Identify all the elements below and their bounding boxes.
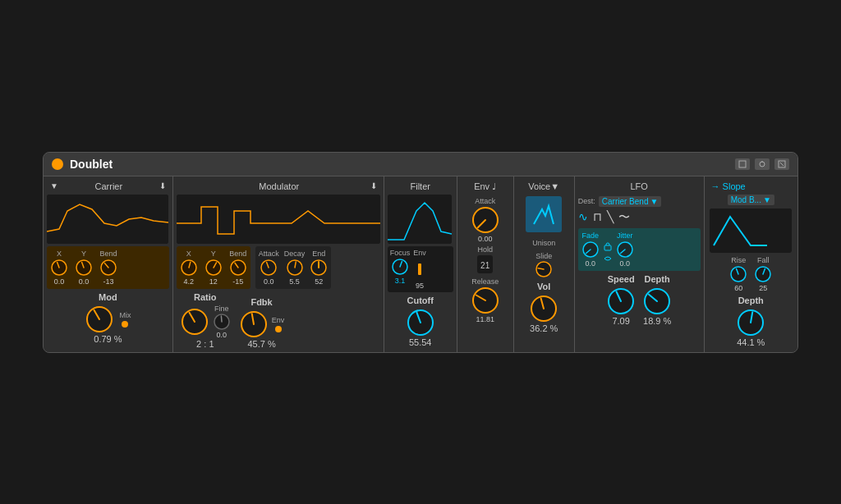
filter-focus-label: Focus bbox=[390, 249, 411, 257]
filter-controls-area: Focus 3.1 Env 95 bbox=[388, 246, 453, 292]
ratio-group: Ratio Fine 0.0 bbox=[180, 292, 231, 349]
lfo-dest-label: Dest: bbox=[578, 197, 595, 205]
fdbk-group: Fdbk Env 45.7 % bbox=[239, 297, 285, 349]
lfo-dest-dropdown[interactable]: Carrier Bend ▼ bbox=[599, 196, 662, 207]
slide-knob[interactable] bbox=[535, 260, 553, 278]
lfo-shape-sine[interactable]: ∿ bbox=[578, 210, 588, 225]
vol-knob[interactable] bbox=[529, 294, 558, 323]
fdbk-env-dot[interactable] bbox=[275, 326, 282, 332]
lfo-jitter-label: Jitter bbox=[617, 231, 633, 240]
fdbk-value: 45.7 % bbox=[247, 339, 275, 349]
mod-attack-value: 0.0 bbox=[264, 277, 274, 286]
lfo-jitter-knob[interactable] bbox=[616, 241, 634, 259]
slope-fall-group: Fall 25 bbox=[754, 256, 772, 292]
lfo-speed-depth-row: Speed 7.09 Depth 18.9 % bbox=[578, 274, 701, 326]
lfo-dest-chevron-icon: ▼ bbox=[650, 197, 658, 206]
unison-button[interactable] bbox=[526, 196, 562, 232]
slope-waveform[interactable] bbox=[710, 208, 792, 253]
filter-waveform[interactable] bbox=[388, 195, 452, 244]
mod-y-knob-group: Y 12 bbox=[205, 250, 223, 286]
svg-rect-49 bbox=[604, 245, 611, 250]
slope-depth-knob[interactable] bbox=[736, 308, 765, 337]
lfo-fade-group: Fade 0.0 bbox=[581, 231, 600, 268]
carrier-x-knob[interactable] bbox=[50, 259, 68, 277]
attack-knob[interactable] bbox=[471, 205, 500, 235]
carrier-bend-knob[interactable] bbox=[99, 259, 117, 277]
modulator-download-icon[interactable]: ⬇ bbox=[370, 181, 377, 190]
mod-end-knob[interactable] bbox=[310, 259, 328, 277]
slope-mod-dropdown[interactable]: Mod B... ▼ bbox=[728, 195, 774, 205]
power-indicator[interactable] bbox=[52, 158, 63, 170]
filter-focus-knob[interactable] bbox=[391, 258, 409, 276]
lfo-depth-knob[interactable] bbox=[642, 286, 672, 316]
mod-bend-label: Bend bbox=[229, 250, 246, 258]
unison-label: Unison bbox=[532, 239, 555, 247]
svg-rect-56 bbox=[710, 208, 792, 250]
fdbk-label: Fdbk bbox=[250, 297, 272, 307]
slope-fall-label: Fall bbox=[757, 256, 770, 264]
close-button[interactable] bbox=[774, 158, 789, 170]
lfo-speed-knob[interactable] bbox=[606, 286, 636, 316]
mod-attack-knob[interactable] bbox=[260, 259, 278, 277]
carrier-dropdown-icon[interactable]: ▼ bbox=[50, 181, 58, 190]
fdbk-knob[interactable] bbox=[239, 309, 269, 339]
settings-button[interactable] bbox=[755, 158, 770, 170]
lfo-sync-icon[interactable] bbox=[603, 254, 613, 263]
mod-x-knob[interactable] bbox=[180, 259, 198, 277]
slope-fall-knob[interactable] bbox=[754, 265, 772, 283]
mod-decay-knob[interactable] bbox=[286, 259, 304, 277]
carrier-waveform[interactable] bbox=[47, 195, 168, 244]
lfo-shape-random[interactable]: 〜 bbox=[618, 210, 630, 225]
slope-mod-dropdown-container: Mod B... ▼ bbox=[708, 195, 794, 205]
carrier-mod-knob[interactable] bbox=[85, 305, 114, 334]
carrier-y-knob[interactable] bbox=[75, 259, 93, 277]
release-value: 11.81 bbox=[476, 315, 494, 323]
ratio-label: Ratio bbox=[194, 292, 217, 302]
carrier-bend-label: Bend bbox=[99, 250, 117, 258]
mod-end-value: 52 bbox=[315, 277, 323, 286]
plugin-container: Doublet ▼ Carrier ⬇ bbox=[43, 152, 798, 353]
save-button[interactable] bbox=[735, 158, 750, 170]
filter-env-indicator[interactable] bbox=[416, 260, 423, 278]
unison-label-container: Unison bbox=[517, 234, 571, 249]
filter-focus-value: 3.1 bbox=[395, 277, 406, 285]
lfo-shapes-row: ∿ ⊓ ╲ 〜 bbox=[578, 208, 701, 227]
cutoff-knob[interactable] bbox=[406, 308, 435, 337]
fdbk-env-label: Env bbox=[272, 316, 285, 324]
carrier-xy-area: X 0.0 Y 0.0 Bend bbox=[47, 246, 169, 289]
carrier-y-knob-group: Y 0.0 bbox=[75, 250, 93, 286]
carrier-mix-dot[interactable] bbox=[122, 321, 128, 328]
release-label: Release bbox=[471, 277, 499, 286]
carrier-bend-value: -13 bbox=[103, 277, 113, 286]
lfo-lock-icon[interactable] bbox=[603, 241, 613, 251]
attack-label: Attack bbox=[475, 197, 495, 205]
lfo-shape-sawdown[interactable]: ╲ bbox=[607, 210, 614, 225]
carrier-mod-label: Mod bbox=[99, 292, 117, 302]
svg-rect-0 bbox=[739, 161, 746, 167]
mod-x-value: 4.2 bbox=[184, 277, 195, 286]
modulator-waveform[interactable] bbox=[177, 195, 380, 244]
cutoff-value: 55.54 bbox=[409, 337, 432, 347]
fine-label: Fine bbox=[214, 305, 229, 313]
attack-group: Attack 0.00 bbox=[461, 197, 510, 243]
svg-rect-36 bbox=[418, 263, 421, 275]
ratio-knob[interactable] bbox=[180, 307, 209, 337]
fine-knob[interactable] bbox=[213, 313, 231, 331]
slope-depth-group: Depth 44.1 % bbox=[708, 296, 794, 347]
filter-env-label: Env bbox=[413, 249, 426, 257]
carrier-download-icon[interactable]: ⬇ bbox=[159, 181, 166, 190]
slope-depth-value: 44.1 % bbox=[737, 337, 765, 347]
slope-rise-group: Rise 60 bbox=[729, 256, 747, 292]
hold-group: Hold 21 bbox=[461, 245, 510, 275]
modulator-section: ▼ Modulator ⬇ X bbox=[173, 176, 384, 352]
mod-y-knob[interactable] bbox=[205, 259, 223, 277]
carrier-x-value: 0.0 bbox=[54, 277, 65, 286]
lfo-fade-knob[interactable] bbox=[581, 241, 600, 259]
release-knob[interactable] bbox=[471, 286, 500, 315]
slope-rise-knob[interactable] bbox=[729, 265, 747, 283]
lfo-shape-square[interactable]: ⊓ bbox=[593, 210, 602, 225]
mod-bend-knob[interactable] bbox=[229, 259, 247, 277]
release-group: Release 11.81 bbox=[461, 277, 510, 323]
slope-waveform-container bbox=[708, 208, 794, 253]
title-bar: Doublet bbox=[44, 153, 797, 176]
